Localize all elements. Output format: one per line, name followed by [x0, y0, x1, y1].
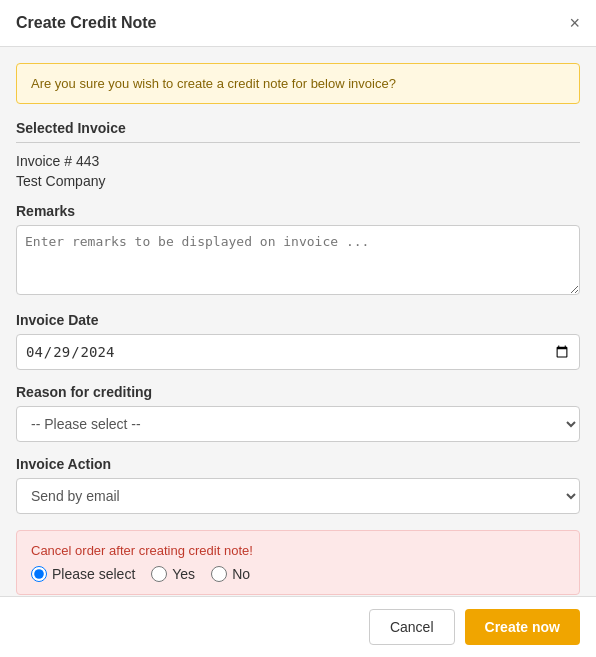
section-divider	[16, 142, 580, 143]
cancel-radio-group: Please select Yes No	[31, 566, 565, 582]
warning-alert: Are you sure you wish to create a credit…	[16, 63, 580, 104]
radio-yes-label: Yes	[172, 566, 195, 582]
modal-header: Create Credit Note ×	[0, 0, 596, 47]
radio-please-select-input[interactable]	[31, 566, 47, 582]
reason-select[interactable]: -- Please select --	[16, 406, 580, 442]
create-credit-note-modal: Create Credit Note × Are you sure you wi…	[0, 0, 596, 657]
radio-no[interactable]: No	[211, 566, 250, 582]
modal-footer: Cancel Create now	[0, 596, 596, 657]
radio-yes-input[interactable]	[151, 566, 167, 582]
invoice-action-select[interactable]: Send by email	[16, 478, 580, 514]
invoice-date-label: Invoice Date	[16, 312, 580, 328]
invoice-number: Invoice # 443	[16, 153, 580, 169]
radio-no-label: No	[232, 566, 250, 582]
cancel-button[interactable]: Cancel	[369, 609, 455, 645]
selected-invoice-label: Selected Invoice	[16, 120, 580, 136]
reason-label: Reason for crediting	[16, 384, 580, 400]
create-now-button[interactable]: Create now	[465, 609, 580, 645]
modal-body: Are you sure you wish to create a credit…	[0, 47, 596, 596]
cancel-order-text: Cancel order after creating credit note!	[31, 543, 565, 558]
radio-please-select-label: Please select	[52, 566, 135, 582]
warning-text: Are you sure you wish to create a credit…	[31, 76, 396, 91]
remarks-label: Remarks	[16, 203, 580, 219]
cancel-order-alert: Cancel order after creating credit note!…	[16, 530, 580, 595]
invoice-date-input[interactable]	[16, 334, 580, 370]
company-name: Test Company	[16, 173, 580, 189]
remarks-textarea[interactable]	[16, 225, 580, 295]
radio-no-input[interactable]	[211, 566, 227, 582]
radio-please-select[interactable]: Please select	[31, 566, 135, 582]
close-button[interactable]: ×	[569, 14, 580, 32]
invoice-action-label: Invoice Action	[16, 456, 580, 472]
radio-yes[interactable]: Yes	[151, 566, 195, 582]
modal-title: Create Credit Note	[16, 14, 156, 32]
